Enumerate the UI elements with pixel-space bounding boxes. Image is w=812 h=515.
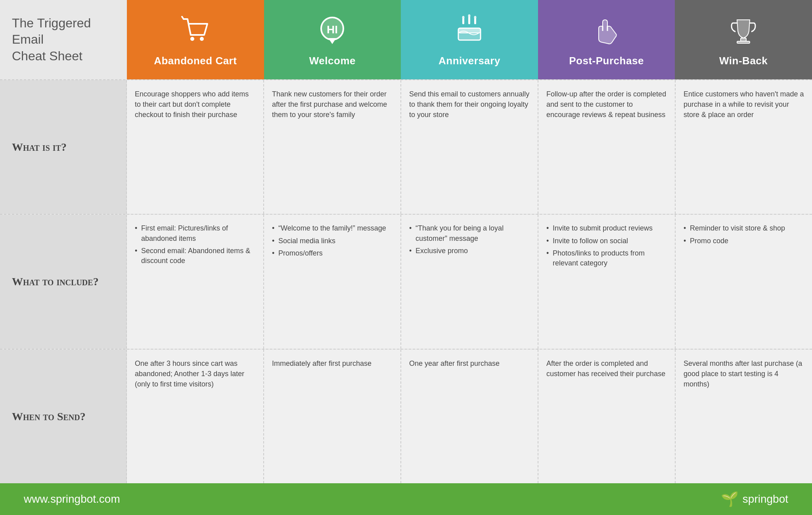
list-item: “Thank you for being a loyal customer” m…	[409, 223, 530, 243]
svg-rect-6	[462, 18, 464, 24]
cell-text: One after 3 hours since cart was abandon…	[135, 358, 255, 389]
list-item: Exclusive promo	[409, 246, 530, 256]
cell-list: Invite to submit product reviews Invite …	[546, 223, 667, 271]
svg-point-0	[190, 37, 194, 41]
svg-marker-5	[328, 38, 336, 44]
page-title: The Triggered Email Cheat Sheet	[12, 15, 115, 65]
footer: www.springbot.com 🌱 springbot	[0, 483, 812, 515]
row-label-include-text: What to include?	[12, 275, 99, 288]
row-when-to-send: When to Send? One after 3 hours since ca…	[0, 349, 812, 483]
col-header-winback: Win-Back	[675, 0, 812, 79]
content-area: The Triggered Email Cheat Sheet Abandone…	[0, 0, 812, 515]
list-item: Reminder to visit store & shop	[684, 223, 785, 233]
cake-icon	[454, 14, 485, 50]
list-item: Invite to submit product reviews	[546, 223, 667, 233]
cell-welcome-when: Immediately after first purchase	[264, 350, 401, 483]
col-header-anniversary: Anniversary	[401, 0, 538, 79]
cell-text: Thank new customers for their order afte…	[272, 89, 393, 120]
cell-list: First email: Pictures/links of abandoned…	[135, 223, 255, 268]
cell-winback-include: Reminder to visit store & shop Promo cod…	[676, 215, 812, 348]
list-item: Photos/links to products from relevant c…	[546, 248, 667, 268]
main-container: The Triggered Email Cheat Sheet Abandone…	[0, 0, 812, 515]
cell-text: Several months after last purchase (a go…	[684, 358, 804, 389]
cart-icon	[180, 14, 211, 50]
svg-rect-14	[741, 38, 746, 41]
svg-rect-13	[458, 28, 481, 33]
cell-anniversary-what: Send this email to customers annually to…	[401, 80, 538, 214]
svg-point-9	[462, 16, 464, 19]
row-label-what-is-it: What is it?	[0, 80, 127, 214]
svg-text:HI: HI	[327, 23, 338, 36]
col-header-welcome: HI Welcome	[264, 0, 401, 79]
cell-abandoned-when: One after 3 hours since cart was abandon…	[127, 350, 264, 483]
cell-postpurchase-when: After the order is completed and custome…	[538, 350, 676, 483]
svg-point-1	[200, 37, 204, 41]
row-label-text: What is it?	[12, 140, 67, 154]
svg-point-10	[468, 14, 470, 17]
cell-postpurchase-include: Invite to submit product reviews Invite …	[538, 215, 676, 348]
list-item: Invite to follow on social	[546, 236, 667, 246]
col-label-postpurchase: Post-Purchase	[569, 55, 644, 67]
svg-rect-7	[468, 17, 470, 24]
list-item: Second email: Abandoned items & discount…	[135, 246, 255, 266]
list-item: Promos/offers	[272, 248, 386, 258]
cell-text: Immediately after first purchase	[272, 358, 372, 369]
row-label-when: When to Send?	[0, 350, 127, 483]
header-row: The Triggered Email Cheat Sheet Abandone…	[0, 0, 812, 79]
cell-text: Send this email to customers annually to…	[409, 89, 530, 120]
hand-icon	[591, 14, 622, 50]
cell-list: “Thank you for being a loyal customer” m…	[409, 223, 530, 258]
col-label-abandoned: Abandoned Cart	[154, 55, 237, 67]
col-header-postpurchase: Post-Purchase	[538, 0, 675, 79]
col-header-abandoned: Abandoned Cart	[127, 0, 264, 79]
list-item: “Welcome to the family!” message	[272, 223, 386, 233]
list-item: Promo code	[684, 236, 785, 246]
cell-abandoned-what: Encourage shoppers who add items to thei…	[127, 80, 264, 214]
table-section: What is it? Encourage shoppers who add i…	[0, 79, 812, 483]
cell-anniversary-when: One year after first purchase	[401, 350, 538, 483]
cell-welcome-include: “Welcome to the family!” message Social …	[264, 215, 401, 348]
svg-rect-8	[474, 18, 476, 24]
cell-text: After the order is completed and custome…	[546, 358, 667, 379]
title-cell: The Triggered Email Cheat Sheet	[0, 0, 127, 79]
cell-text: Follow-up after the order is completed a…	[546, 89, 667, 120]
row-label-when-text: When to Send?	[12, 410, 86, 423]
col-label-welcome: Welcome	[309, 55, 356, 67]
hi-icon: HI	[316, 14, 348, 50]
row-what-is-it: What is it? Encourage shoppers who add i…	[0, 79, 812, 214]
cell-anniversary-include: “Thank you for being a loyal customer” m…	[401, 215, 538, 348]
svg-rect-15	[737, 41, 750, 43]
row-label-include: What to include?	[0, 215, 127, 348]
cell-abandoned-include: First email: Pictures/links of abandoned…	[127, 215, 264, 348]
cell-list: Reminder to visit store & shop Promo cod…	[684, 223, 785, 248]
cell-text: Encourage shoppers who add items to thei…	[135, 89, 255, 120]
footer-url: www.springbot.com	[24, 493, 120, 505]
svg-line-2	[182, 17, 184, 19]
col-label-anniversary: Anniversary	[439, 55, 500, 67]
cell-list: “Welcome to the family!” message Social …	[272, 223, 386, 261]
row-what-to-include: What to include? First email: Pictures/l…	[0, 214, 812, 348]
footer-brand: 🌱 springbot	[721, 491, 788, 507]
cell-text: Entice customers who haven't made a purc…	[684, 89, 804, 120]
cell-winback-what: Entice customers who haven't made a purc…	[676, 80, 812, 214]
cell-postpurchase-what: Follow-up after the order is completed a…	[538, 80, 676, 214]
cell-text: One year after first purchase	[409, 358, 500, 369]
springbot-logo-icon: 🌱	[721, 491, 739, 507]
cell-welcome-what: Thank new customers for their order afte…	[264, 80, 401, 214]
col-label-winback: Win-Back	[719, 55, 768, 67]
cell-winback-when: Several months after last purchase (a go…	[676, 350, 812, 483]
list-item: Social media links	[272, 236, 386, 246]
svg-point-11	[474, 16, 476, 19]
footer-brand-name: springbot	[743, 493, 788, 505]
list-item: First email: Pictures/links of abandoned…	[135, 223, 255, 243]
trophy-icon	[728, 14, 759, 50]
